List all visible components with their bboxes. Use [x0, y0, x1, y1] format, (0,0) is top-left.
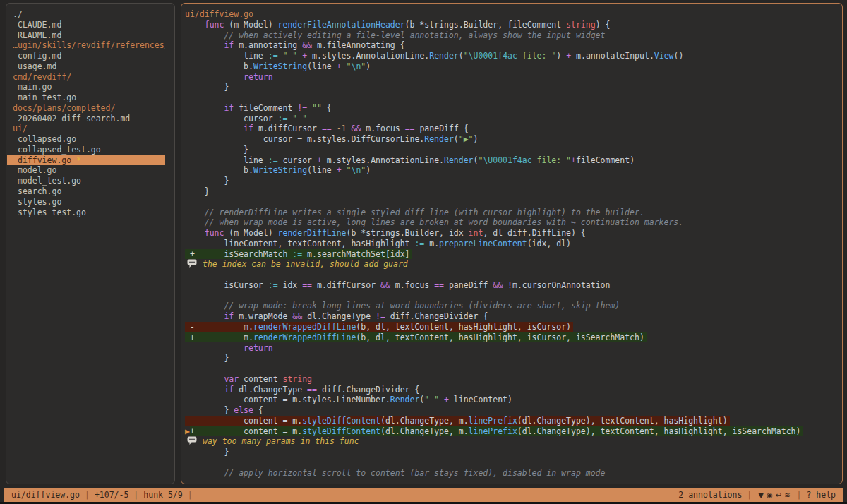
diff-marker: +: [185, 332, 244, 342]
file-label: search.go: [18, 186, 61, 196]
sidebar-item-search-go[interactable]: search.go: [7, 186, 165, 197]
status-mode-icons: ▼◉↩≋: [757, 488, 791, 502]
sidebar-item-diffview-go[interactable]: diffview.go *: [7, 155, 165, 166]
code-line[interactable]: } else {: [185, 405, 842, 416]
file-label: 20260402-diff-search.md: [18, 114, 130, 124]
code-line[interactable]: }: [185, 82, 842, 92]
code-line[interactable]: return: [185, 343, 842, 354]
code-line[interactable]: lineContent, textContent, hasHighlight :…: [185, 239, 842, 249]
file-tree-pane: ./CLAUDE.mdREADME.md…ugin/skills/revdiff…: [6, 3, 175, 484]
file-label: CLAUDE.md: [18, 20, 61, 30]
file-label: cmd/revdiff/: [13, 72, 71, 82]
code-line[interactable]: }: [185, 447, 842, 457]
file-label: styles.go: [18, 197, 61, 207]
code-line[interactable]: // when wrap mode is active, long lines …: [185, 217, 842, 228]
code-line[interactable]: // wrap mode: break long lines at word b…: [185, 301, 842, 311]
file-label: model_test.go: [18, 176, 81, 186]
file-label: ui/: [13, 124, 28, 133]
code-line[interactable]: func (m Model) renderFileAnnotationHeade…: [185, 20, 842, 30]
record-dot-icon[interactable]: ◉: [767, 491, 773, 499]
blank-line: [185, 457, 842, 468]
diff-pane-title: ui/diffview.go: [185, 9, 842, 20]
file-label: collapsed_test.go: [18, 145, 101, 155]
file-label: README.md: [18, 30, 61, 40]
blank-line: [185, 270, 842, 280]
code-line[interactable]: var content string: [185, 374, 842, 385]
code-line[interactable]: if m.wrapMode && dl.ChangeType != diff.C…: [185, 311, 842, 322]
code-line[interactable]: line := cursor + m.styles.AnnotationLine…: [185, 155, 842, 166]
code-line[interactable]: func (m Model) renderDiffLine(b *strings…: [185, 228, 842, 239]
sidebar-item-20260402-diff-search-md[interactable]: 20260402-diff-search.md: [7, 114, 165, 124]
blank-line: [185, 364, 842, 374]
sidebar-item-claude-md[interactable]: CLAUDE.md: [7, 20, 165, 30]
code-line[interactable]: }: [185, 145, 842, 155]
code-area: ui/diffview.go func (m Model) renderFile…: [181, 4, 842, 478]
annotation-text: the index can be invalid, should add gua…: [203, 259, 408, 269]
diff-marker: +: [185, 249, 224, 259]
code-line[interactable]: }: [185, 176, 842, 186]
diff-removed-line[interactable]: - content = m.styleDiffContent(dl.Change…: [185, 416, 842, 426]
sidebar-item-model-test-go[interactable]: model_test.go: [7, 176, 165, 186]
file-label: styles_test.go: [18, 208, 86, 217]
code-line[interactable]: if dl.ChangeType == diff.ChangeDivider {: [185, 385, 842, 395]
code-line[interactable]: // apply horizontal scroll to content (b…: [185, 468, 842, 479]
diff-highlight: + content = m.styleDiffContent(dl.Change…: [190, 426, 803, 436]
code-line[interactable]: if fileComment != "" {: [185, 103, 842, 114]
diff-marker: -: [185, 322, 244, 332]
sidebar-item-styles-go[interactable]: styles.go: [7, 197, 165, 208]
sidebar-item-docs-plans-completed[interactable]: docs/plans/completed/: [7, 103, 165, 114]
code-line[interactable]: // renderDiffLine writes a single styled…: [185, 208, 842, 218]
sidebar-item-cmd-revdiff[interactable]: cmd/revdiff/: [7, 72, 165, 83]
sidebar-item-model-go[interactable]: model.go: [7, 165, 165, 176]
diff-added-line[interactable]: + isSearchMatch := m.searchMatchSet[idx]: [185, 249, 842, 260]
sidebar-item-main-test-go[interactable]: main_test.go: [7, 92, 165, 103]
file-label: docs/plans/completed/: [13, 103, 115, 113]
sidebar-item-readme-md[interactable]: README.md: [7, 30, 165, 41]
sidebar-item-collapsed-test-go[interactable]: collapsed_test.go: [7, 145, 165, 155]
return-arrow-icon[interactable]: ↩: [776, 491, 781, 499]
help-button[interactable]: ? help: [806, 488, 836, 502]
annotation-line[interactable]: the index can be invalid, should add gua…: [185, 259, 842, 270]
separator: |: [797, 488, 802, 502]
code-line[interactable]: b.WriteString(line + "\n"): [185, 165, 842, 176]
sidebar-item-main-go[interactable]: main.go: [7, 82, 165, 92]
code-line[interactable]: content = m.styles.LineNumber.Render(" "…: [185, 395, 842, 405]
file-tree: ./CLAUDE.mdREADME.md…ugin/skills/revdiff…: [6, 4, 174, 217]
diff-highlight: - m.renderWrappedDiffLine(b, dl, textCon…: [185, 322, 573, 332]
sidebar-item-styles-test-go[interactable]: styles_test.go: [7, 208, 165, 218]
triangle-down-icon[interactable]: ▼: [758, 491, 764, 499]
wrap-lines-icon[interactable]: ≋: [784, 491, 790, 499]
code-line[interactable]: }: [185, 186, 842, 197]
sidebar-item-collapsed-go[interactable]: collapsed.go: [7, 134, 165, 145]
sidebar-item-config-md[interactable]: config.md: [7, 51, 165, 61]
sidebar-item-ugin-skills-revdiff-references[interactable]: …ugin/skills/revdiff/references/: [7, 40, 165, 51]
code-line[interactable]: return: [185, 72, 842, 83]
sidebar-item-[interactable]: ./: [7, 9, 165, 20]
code-line[interactable]: cursor := " ": [185, 114, 842, 124]
diff-highlight: - content = m.styleDiffContent(dl.Change…: [185, 416, 730, 426]
file-label: model.go: [18, 165, 56, 175]
diff-added-line[interactable]: ▶+ content = m.styleDiffContent(dl.Chang…: [185, 426, 842, 437]
sidebar-item-usage-md[interactable]: usage.md: [7, 61, 165, 72]
file-label: main.go: [18, 82, 52, 92]
diff-removed-line[interactable]: - m.renderWrappedDiffLine(b, dl, textCon…: [185, 322, 842, 332]
diff-marker: -: [185, 416, 244, 426]
status-right: 2 annotations | ▼◉↩≋ | ? help: [678, 488, 836, 502]
status-filename: ui/diffview.go: [11, 488, 80, 502]
code-line[interactable]: }: [185, 353, 842, 364]
code-line[interactable]: isCursor := idx == m.diffCursor && m.foc…: [185, 280, 842, 291]
modified-star: *: [71, 155, 81, 165]
diff-added-line[interactable]: + m.renderWrappedDiffLine(b, dl, textCon…: [185, 332, 842, 343]
code-line[interactable]: cursor = m.styles.DiffCursorLine.Render(…: [185, 134, 842, 145]
diff-pane: ui/diffview.go func (m Model) renderFile…: [181, 3, 843, 484]
annotation-line[interactable]: way too many params in this func: [185, 436, 842, 447]
code-line[interactable]: b.WriteString(line + "\n"): [185, 61, 842, 72]
code-line[interactable]: // when actively editing a file-level an…: [185, 30, 842, 41]
code-line[interactable]: if m.annotating && m.fileAnnotating {: [185, 40, 842, 51]
status-annotation-count: 2 annotations: [678, 488, 742, 502]
sidebar-item-ui[interactable]: ui/: [7, 124, 165, 134]
file-label: collapsed.go: [18, 134, 76, 144]
code-line[interactable]: if m.diffCursor == -1 && m.focus == pane…: [185, 124, 842, 134]
diff-highlight: + m.renderWrappedDiffLine(b, dl, textCon…: [185, 332, 647, 342]
code-line[interactable]: line := " " + m.styles.AnnotationLine.Re…: [185, 51, 842, 61]
